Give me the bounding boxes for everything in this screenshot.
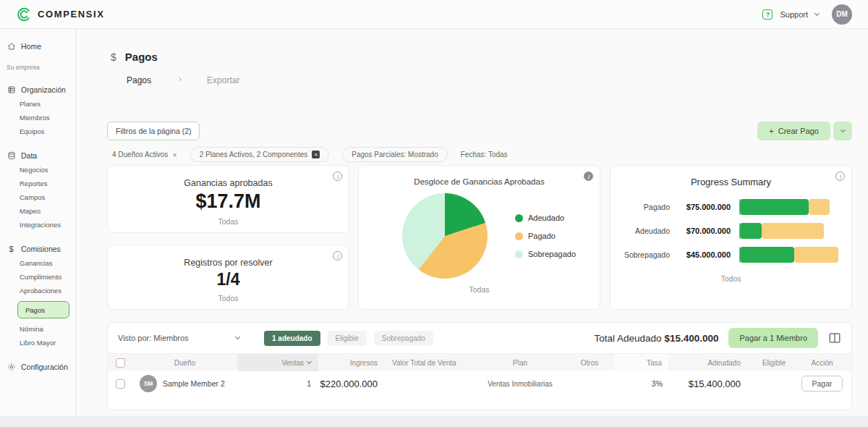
table-body: SMSample Member 21$220.000.000Ventas Inm… xyxy=(108,371,851,397)
sidebar-item-libro-mayor[interactable]: Libro Mayor xyxy=(0,336,75,350)
sidebar-item-planes[interactable]: Planes xyxy=(0,97,75,111)
chevron-right-icon xyxy=(176,77,182,82)
filter-chip-row: 4 Dueños Activos×2 Planes Activos, 2 Com… xyxy=(112,147,508,162)
filter-chip-4-duenos-activos[interactable]: 4 Dueños Activos× xyxy=(112,151,177,159)
column-header-adeudado: Adeudado xyxy=(670,354,748,371)
tab-pagos[interactable]: Pagos xyxy=(127,75,151,85)
column-header-dueno: Dueño xyxy=(132,354,237,371)
sidebar-item-organizacion[interactable]: Organización xyxy=(0,83,75,97)
sidebar-item-negocios[interactable]: Negocios xyxy=(0,163,75,177)
bar-segment-restante xyxy=(762,223,824,239)
filter-chip-fechas-todas[interactable]: Fechas: Todas xyxy=(461,151,508,158)
bar-chart: Pagado$75.000.000Adeudado$70.000.000Sobr… xyxy=(618,199,838,263)
pie-legend: AdeudadoPagadoSobrepagado xyxy=(515,214,576,258)
tab-exportar[interactable]: Exportar xyxy=(207,75,239,85)
card-pie-chart: i Desgloce de Ganancias Aprobadas Adeuda… xyxy=(358,165,600,310)
sidebar-item-nomina[interactable]: Nómina xyxy=(0,322,75,336)
select-all-checkbox[interactable] xyxy=(116,358,125,368)
row-checkbox[interactable] xyxy=(116,379,125,389)
column-header-ventas[interactable]: Ventas xyxy=(237,354,318,371)
support-menu[interactable]: Support xyxy=(780,10,808,19)
organization-icon xyxy=(7,85,16,95)
user-avatar[interactable]: DM xyxy=(832,4,852,25)
sidebar-group-label: Su empresa xyxy=(0,54,75,72)
dollar-icon: $ xyxy=(7,245,16,254)
bar-segment-restante xyxy=(809,199,830,215)
plus-icon: + xyxy=(769,127,773,135)
column-settings-icon[interactable] xyxy=(828,331,841,344)
sidebar-item-comisiones[interactable]: $Comisiones xyxy=(0,242,75,256)
breadcrumb: Pagos Exportar xyxy=(127,75,239,85)
card-progress-summary: i Progress Summary Pagado$75.000.000Adeu… xyxy=(610,165,852,310)
bar-chart-title: Progress Summary xyxy=(610,177,851,187)
filter-chip-2-planes-activos-2-componentes[interactable]: 2 Planes Activos, 2 Componentes× xyxy=(190,147,330,162)
column-header-plan: Plan xyxy=(473,354,567,371)
chevron-down-icon xyxy=(235,334,240,339)
segment-eligible[interactable]: Eligible xyxy=(328,331,367,346)
owner-avatar: SM xyxy=(140,375,157,392)
sidebar-item-equipos[interactable]: Equipos xyxy=(0,124,75,138)
column-header-eligible: Eligible xyxy=(748,354,793,371)
total-adeudado: Total Adeudado $15.400.000 xyxy=(595,333,719,344)
column-header-ingresos: Ingresos xyxy=(318,354,385,371)
support-help-icon: ? xyxy=(762,9,773,20)
top-bar: COMPENSIX ? Support DM xyxy=(0,0,868,29)
bar-segment-completado xyxy=(740,199,809,215)
home-icon xyxy=(7,42,16,51)
sidebar-item-home[interactable]: Home xyxy=(0,39,75,54)
sidebar-item-integraciones[interactable]: Integraciones xyxy=(0,218,75,232)
tasa-cell: 3% xyxy=(652,379,663,388)
create-payment-button[interactable]: + Crear Pago xyxy=(757,122,830,140)
page-title: $ Pagos xyxy=(111,51,158,63)
sidebar-item-pagos[interactable]: Pagos xyxy=(17,301,69,318)
bar-row-sobrepagado: Sobrepagado$45.000.000 xyxy=(618,247,838,263)
ingresos-cell: $220.000.000 xyxy=(320,379,378,389)
view-by-select[interactable]: Visto por: Miembros xyxy=(118,334,239,342)
sidebar-item-data[interactable]: Data xyxy=(0,148,75,163)
brand-logo[interactable]: COMPENSIX xyxy=(16,7,104,22)
main-content: $ Pagos Pagos Exportar Filtros de la pág… xyxy=(76,29,868,416)
segment-1-adeudado[interactable]: 1 adeudado xyxy=(264,331,320,346)
bar-segment-completado xyxy=(740,223,762,239)
close-icon[interactable]: × xyxy=(172,151,176,159)
sidebar-item-campos[interactable]: Campos xyxy=(0,190,75,204)
sort-icon[interactable] xyxy=(307,359,312,364)
dollar-icon: $ xyxy=(111,51,116,63)
legend-dot xyxy=(515,232,523,240)
pie-chart-title: Desgloce de Ganancias Aprobadas xyxy=(359,177,600,186)
sidebar-item-ganancias[interactable]: Ganancias xyxy=(0,256,75,270)
card-registros-por-resolver: i Registros por resolver 1/4 Todos xyxy=(107,245,349,310)
sidebar-item-reportes[interactable]: Reportes xyxy=(0,177,75,190)
pie-chart-footer: Todas xyxy=(359,285,600,294)
filter-chip-pagos-parciales-mostrado[interactable]: Pagos Parciales: Mostrado xyxy=(342,147,448,162)
card-footer: Todos xyxy=(108,294,349,303)
bar-segment-restante xyxy=(794,247,838,263)
chevron-down-icon[interactable] xyxy=(814,10,820,15)
pay-member-button[interactable]: Pagar a 1 Miembro xyxy=(728,328,818,348)
create-payment-dropdown[interactable] xyxy=(833,122,852,140)
legend-dot xyxy=(515,214,523,222)
segment-sobrepagado[interactable]: Sobrepagado xyxy=(374,331,433,346)
legend-dot xyxy=(515,250,523,258)
column-header-valor-total-de-venta: Valor Total de Venta xyxy=(385,354,473,371)
bar-row-pagado: Pagado$75.000.000 xyxy=(618,199,838,215)
card-title: Registros por resolver xyxy=(108,258,349,268)
gear-icon xyxy=(7,363,16,372)
ventas-cell: 1 xyxy=(307,379,311,388)
sidebar: HomeSu empresaOrganizaciónPlanesMiembros… xyxy=(0,29,76,416)
info-icon[interactable]: i xyxy=(333,172,342,181)
pagar-button[interactable]: Pagar xyxy=(801,376,842,392)
select-all-checkbox-cell[interactable] xyxy=(108,354,132,371)
info-icon[interactable]: i xyxy=(333,251,342,261)
sidebar-item-configuracion[interactable]: Configuración xyxy=(0,360,75,374)
page-filters-button[interactable]: Filtros de la página (2) xyxy=(107,122,200,140)
close-icon[interactable]: × xyxy=(312,151,320,158)
sidebar-item-miembros[interactable]: Miembros xyxy=(0,111,75,124)
sidebar-item-mapeo[interactable]: Mapeo xyxy=(0,204,75,218)
sidebar-item-cumplimiento[interactable]: Cumplimiento xyxy=(0,270,75,284)
legend-item-adeudado: Adeudado xyxy=(515,214,576,222)
info-icon[interactable]: i xyxy=(584,172,593,181)
sidebar-item-aprobaciones[interactable]: Aprobaciones xyxy=(0,284,75,297)
info-icon[interactable]: i xyxy=(835,172,845,181)
bar-chart-footer: Todos xyxy=(610,274,851,283)
